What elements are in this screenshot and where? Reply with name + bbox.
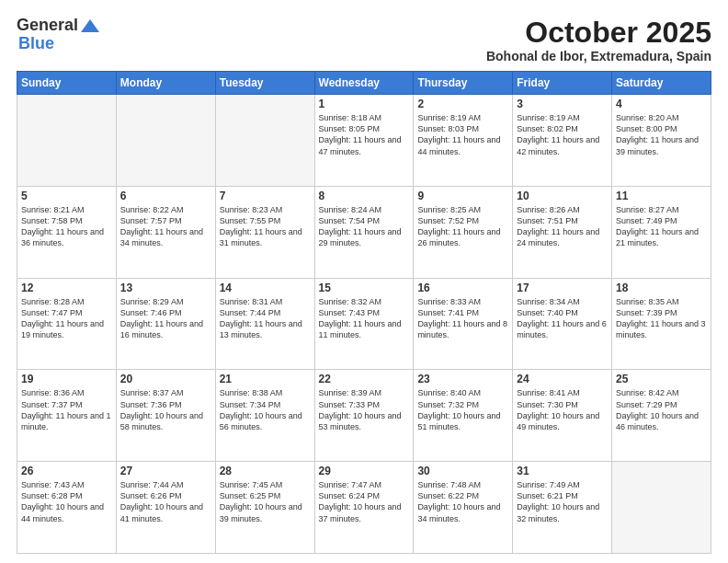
calendar-cell: 20Sunrise: 8:37 AMSunset: 7:36 PMDayligh… xyxy=(116,370,215,462)
cell-sun-info: Sunrise: 8:39 AMSunset: 7:33 PMDaylight:… xyxy=(319,387,410,432)
calendar-cell xyxy=(17,95,117,187)
calendar-cell: 17Sunrise: 8:34 AMSunset: 7:40 PMDayligh… xyxy=(513,278,612,370)
calendar-cell xyxy=(612,462,711,554)
location: Bohonal de Ibor, Extremadura, Spain xyxy=(486,49,711,63)
cell-sun-info: Sunrise: 8:33 AMSunset: 7:41 PMDaylight:… xyxy=(417,296,508,341)
calendar-cell: 13Sunrise: 8:29 AMSunset: 7:46 PMDayligh… xyxy=(116,278,215,370)
calendar-cell: 22Sunrise: 8:39 AMSunset: 7:33 PMDayligh… xyxy=(314,370,414,462)
calendar-cell: 8Sunrise: 8:24 AMSunset: 7:54 PMDaylight… xyxy=(314,186,414,278)
cell-sun-info: Sunrise: 8:34 AMSunset: 7:40 PMDaylight:… xyxy=(517,296,608,341)
calendar-cell: 10Sunrise: 8:26 AMSunset: 7:51 PMDayligh… xyxy=(513,186,612,278)
day-number: 24 xyxy=(517,373,608,385)
day-number: 3 xyxy=(517,98,608,110)
month-title: October 2025 xyxy=(486,17,711,49)
calendar-cell: 4Sunrise: 8:20 AMSunset: 8:00 PMDaylight… xyxy=(612,95,711,187)
calendar-cell: 11Sunrise: 8:27 AMSunset: 7:49 PMDayligh… xyxy=(612,186,711,278)
cell-sun-info: Sunrise: 8:18 AMSunset: 8:05 PMDaylight:… xyxy=(319,112,410,157)
cell-sun-info: Sunrise: 8:36 AMSunset: 7:37 PMDaylight:… xyxy=(21,387,112,432)
cell-sun-info: Sunrise: 8:29 AMSunset: 7:46 PMDaylight:… xyxy=(120,296,211,341)
calendar-week-row: 1Sunrise: 8:18 AMSunset: 8:05 PMDaylight… xyxy=(17,95,711,187)
calendar-cell: 27Sunrise: 7:44 AMSunset: 6:26 PMDayligh… xyxy=(116,462,215,554)
cell-sun-info: Sunrise: 8:26 AMSunset: 7:51 PMDaylight:… xyxy=(517,204,608,249)
cell-sun-info: Sunrise: 8:22 AMSunset: 7:57 PMDaylight:… xyxy=(120,204,211,249)
calendar-cell: 2Sunrise: 8:19 AMSunset: 8:03 PMDaylight… xyxy=(414,95,513,187)
calendar-cell: 19Sunrise: 8:36 AMSunset: 7:37 PMDayligh… xyxy=(17,370,117,462)
calendar-table: SundayMondayTuesdayWednesdayThursdayFrid… xyxy=(17,71,711,554)
calendar-cell: 6Sunrise: 8:22 AMSunset: 7:57 PMDaylight… xyxy=(116,186,215,278)
svg-marker-0 xyxy=(81,19,99,32)
cell-sun-info: Sunrise: 8:19 AMSunset: 8:02 PMDaylight:… xyxy=(517,112,608,157)
cell-sun-info: Sunrise: 7:44 AMSunset: 6:26 PMDaylight:… xyxy=(120,479,211,524)
day-number: 20 xyxy=(120,373,211,385)
calendar-week-row: 12Sunrise: 8:28 AMSunset: 7:47 PMDayligh… xyxy=(17,278,711,370)
cell-sun-info: Sunrise: 8:27 AMSunset: 7:49 PMDaylight:… xyxy=(616,204,707,249)
day-number: 27 xyxy=(120,465,211,477)
calendar-week-row: 19Sunrise: 8:36 AMSunset: 7:37 PMDayligh… xyxy=(17,370,711,462)
logo-general-text: General xyxy=(17,17,78,35)
calendar-cell: 3Sunrise: 8:19 AMSunset: 8:02 PMDaylight… xyxy=(513,95,612,187)
day-number: 28 xyxy=(220,465,311,477)
day-number: 16 xyxy=(417,282,508,294)
calendar-cell: 31Sunrise: 7:49 AMSunset: 6:21 PMDayligh… xyxy=(513,462,612,554)
weekday-header: Tuesday xyxy=(215,72,314,95)
day-number: 8 xyxy=(319,190,410,202)
logo-icon xyxy=(81,19,99,32)
weekday-header: Monday xyxy=(116,72,215,95)
calendar-cell: 1Sunrise: 8:18 AMSunset: 8:05 PMDaylight… xyxy=(314,95,414,187)
day-number: 18 xyxy=(616,282,707,294)
calendar-cell: 29Sunrise: 7:47 AMSunset: 6:24 PMDayligh… xyxy=(314,462,414,554)
weekday-header: Wednesday xyxy=(314,72,414,95)
day-number: 25 xyxy=(616,373,707,385)
calendar-cell: 26Sunrise: 7:43 AMSunset: 6:28 PMDayligh… xyxy=(17,462,117,554)
calendar-cell: 23Sunrise: 8:40 AMSunset: 7:32 PMDayligh… xyxy=(414,370,513,462)
day-number: 9 xyxy=(417,190,508,202)
day-number: 10 xyxy=(517,190,608,202)
logo-blue-text: Blue xyxy=(18,35,54,53)
day-number: 1 xyxy=(319,98,410,110)
weekday-header: Friday xyxy=(513,72,612,95)
day-number: 17 xyxy=(517,282,608,294)
cell-sun-info: Sunrise: 8:35 AMSunset: 7:39 PMDaylight:… xyxy=(616,296,707,341)
cell-sun-info: Sunrise: 8:42 AMSunset: 7:29 PMDaylight:… xyxy=(616,387,707,432)
calendar-header-row: SundayMondayTuesdayWednesdayThursdayFrid… xyxy=(17,72,711,95)
day-number: 23 xyxy=(417,373,508,385)
cell-sun-info: Sunrise: 8:21 AMSunset: 7:58 PMDaylight:… xyxy=(21,204,112,249)
day-number: 31 xyxy=(517,465,608,477)
day-number: 26 xyxy=(21,465,112,477)
cell-sun-info: Sunrise: 8:32 AMSunset: 7:43 PMDaylight:… xyxy=(319,296,410,341)
cell-sun-info: Sunrise: 8:38 AMSunset: 7:34 PMDaylight:… xyxy=(220,387,311,432)
calendar-cell: 7Sunrise: 8:23 AMSunset: 7:55 PMDaylight… xyxy=(215,186,314,278)
cell-sun-info: Sunrise: 8:25 AMSunset: 7:52 PMDaylight:… xyxy=(417,204,508,249)
day-number: 30 xyxy=(417,465,508,477)
cell-sun-info: Sunrise: 8:37 AMSunset: 7:36 PMDaylight:… xyxy=(120,387,211,432)
day-number: 22 xyxy=(319,373,410,385)
weekday-header: Thursday xyxy=(414,72,513,95)
calendar-cell: 15Sunrise: 8:32 AMSunset: 7:43 PMDayligh… xyxy=(314,278,414,370)
cell-sun-info: Sunrise: 8:20 AMSunset: 8:00 PMDaylight:… xyxy=(616,112,707,157)
calendar-cell: 30Sunrise: 7:48 AMSunset: 6:22 PMDayligh… xyxy=(414,462,513,554)
day-number: 19 xyxy=(21,373,112,385)
day-number: 4 xyxy=(616,98,707,110)
day-number: 2 xyxy=(417,98,508,110)
page: General Blue October 2025 Bohonal de Ibo… xyxy=(0,0,728,563)
calendar-week-row: 26Sunrise: 7:43 AMSunset: 6:28 PMDayligh… xyxy=(17,462,711,554)
calendar-cell: 9Sunrise: 8:25 AMSunset: 7:52 PMDaylight… xyxy=(414,186,513,278)
logo: General Blue xyxy=(17,17,99,53)
cell-sun-info: Sunrise: 7:47 AMSunset: 6:24 PMDaylight:… xyxy=(319,479,410,524)
day-number: 5 xyxy=(21,190,112,202)
cell-sun-info: Sunrise: 7:49 AMSunset: 6:21 PMDaylight:… xyxy=(517,479,608,524)
day-number: 13 xyxy=(120,282,211,294)
cell-sun-info: Sunrise: 7:43 AMSunset: 6:28 PMDaylight:… xyxy=(21,479,112,524)
header: General Blue October 2025 Bohonal de Ibo… xyxy=(17,17,711,63)
calendar-cell xyxy=(215,95,314,187)
day-number: 6 xyxy=(120,190,211,202)
cell-sun-info: Sunrise: 8:31 AMSunset: 7:44 PMDaylight:… xyxy=(220,296,311,341)
calendar-cell: 12Sunrise: 8:28 AMSunset: 7:47 PMDayligh… xyxy=(17,278,117,370)
cell-sun-info: Sunrise: 8:23 AMSunset: 7:55 PMDaylight:… xyxy=(220,204,311,249)
cell-sun-info: Sunrise: 8:41 AMSunset: 7:30 PMDaylight:… xyxy=(517,387,608,432)
calendar-cell: 24Sunrise: 8:41 AMSunset: 7:30 PMDayligh… xyxy=(513,370,612,462)
cell-sun-info: Sunrise: 8:19 AMSunset: 8:03 PMDaylight:… xyxy=(417,112,508,157)
cell-sun-info: Sunrise: 7:45 AMSunset: 6:25 PMDaylight:… xyxy=(220,479,311,524)
calendar-cell xyxy=(116,95,215,187)
day-number: 15 xyxy=(319,282,410,294)
